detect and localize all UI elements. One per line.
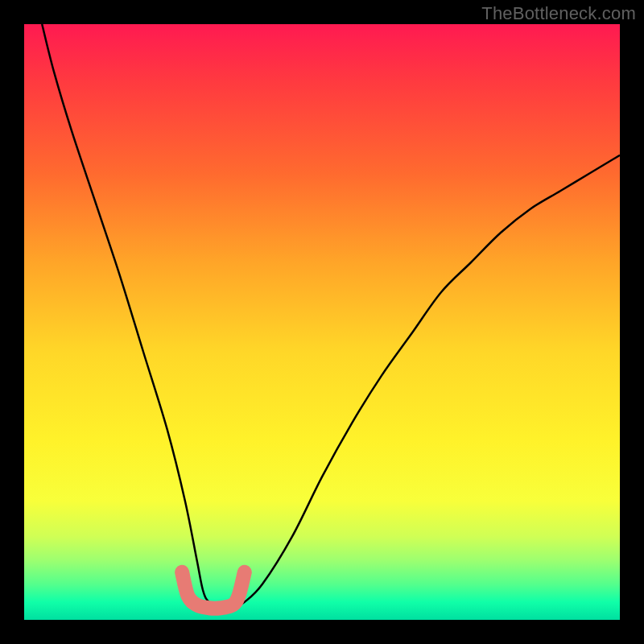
watermark-text: TheBottleneck.com — [481, 3, 636, 24]
chart-frame: TheBottleneck.com — [0, 0, 644, 644]
plot-area — [24, 24, 620, 620]
bottleneck-curve — [42, 24, 620, 609]
bottom-marker-band — [182, 572, 245, 609]
curve-layer — [24, 24, 620, 620]
